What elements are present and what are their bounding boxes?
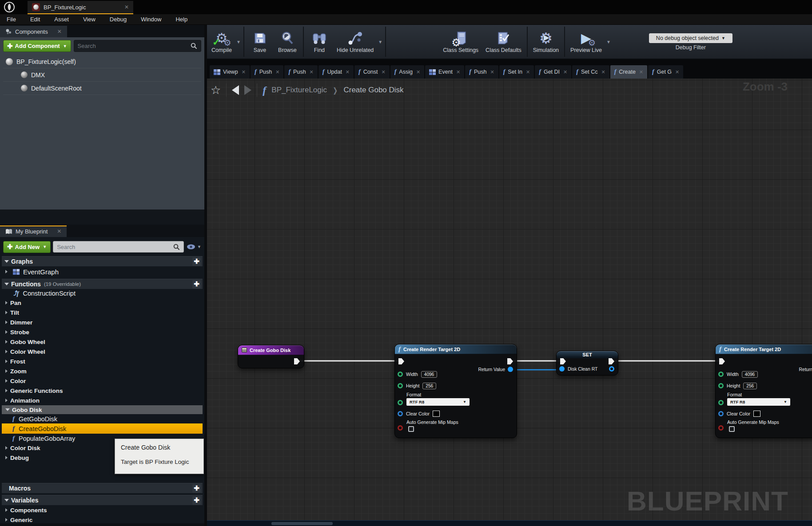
expander-closed-icon[interactable] — [5, 270, 8, 273]
tab-close-icon[interactable]: ✕ — [310, 69, 314, 75]
forward-button[interactable] — [244, 85, 251, 95]
expander-closed-icon[interactable] — [5, 389, 8, 392]
compile-button[interactable]: ⚙⚙✓ Compile — [208, 26, 235, 57]
width-pin[interactable] — [398, 372, 403, 377]
function-category-dimmer[interactable]: Dimmer — [2, 317, 203, 327]
graph-tab-push-2[interactable]: fPush✕ — [284, 65, 317, 79]
graph-tab-set-cc[interactable]: fSet Cc✕ — [572, 65, 609, 79]
function-category-frost[interactable]: Frost — [2, 356, 203, 366]
function-category-color-wheel[interactable]: Color Wheel — [2, 347, 203, 356]
tab-close-icon[interactable]: ✕ — [639, 69, 643, 75]
value-in-pin[interactable] — [559, 366, 565, 372]
expander-closed-icon[interactable] — [5, 340, 8, 344]
expander-closed-icon[interactable] — [5, 379, 8, 383]
save-button[interactable]: Save — [246, 26, 274, 57]
variable-category-components[interactable]: Components — [2, 505, 203, 515]
mipmaps-pin[interactable] — [398, 425, 403, 431]
constructionscript-row[interactable]: ⤴f ConstructionScript — [2, 289, 203, 298]
exec-out-pin[interactable] — [294, 358, 300, 364]
function-category-gobo-disk[interactable]: Gobo Disk — [2, 405, 203, 414]
menu-file[interactable]: File — [7, 16, 16, 23]
format-dropdown[interactable]: RTF R8 ▼ — [406, 398, 470, 406]
function-category-color[interactable]: Color — [2, 376, 203, 386]
graph-tab-push-3[interactable]: fPush✕ — [465, 65, 498, 79]
graph-tab-create-active[interactable]: fCreate✕ — [610, 65, 647, 79]
mipmaps-checkbox[interactable] — [408, 426, 414, 432]
width-input[interactable]: 4096 — [742, 371, 758, 378]
clear-color-pin[interactable] — [398, 411, 403, 416]
function-creategobodisk-selected[interactable]: f CreateGoboDisk — [2, 423, 203, 434]
function-category-animation[interactable]: Animation — [2, 395, 203, 405]
expander-closed-icon[interactable] — [5, 446, 8, 450]
expander-closed-icon[interactable] — [5, 399, 8, 402]
expander-closed-icon[interactable] — [5, 350, 8, 353]
width-input[interactable]: 4096 — [421, 371, 437, 378]
variable-category-generic[interactable]: Generic — [2, 515, 203, 523]
height-pin[interactable] — [718, 383, 724, 388]
horizontal-scrollbar[interactable] — [207, 520, 812, 526]
node-create-render-target-2d-1[interactable]: f Create Render Target 2D Width 4096 Hei… — [394, 344, 517, 438]
expander-closed-icon[interactable] — [5, 311, 8, 314]
add-macro-button[interactable]: ✚ — [192, 484, 201, 493]
graph-tab-push-1[interactable]: fPush✕ — [251, 65, 283, 79]
find-button[interactable]: Find — [306, 26, 333, 57]
tab-components[interactable]: Components ✕ — [0, 26, 67, 37]
blueprint-graph-canvas[interactable]: ☆ f BP_FixtureLogic ❭ Create Gobo Disk Z… — [207, 79, 812, 526]
add-new-button[interactable]: ✚ Add New ▼ — [3, 241, 51, 253]
exec-in-pin[interactable] — [560, 358, 566, 364]
component-row-defaultsceneroot[interactable]: DefaultSceneRoot — [3, 82, 201, 95]
simulation-button[interactable]: ⚙▶ Simulation — [529, 26, 562, 57]
mipmaps-checkbox[interactable] — [729, 426, 735, 432]
tab-close-icon[interactable]: ✕ — [601, 69, 605, 75]
back-button[interactable] — [232, 85, 239, 95]
eventgraph-row[interactable]: EventGraph — [2, 266, 203, 277]
exec-in-pin[interactable] — [398, 358, 404, 364]
tab-close-icon[interactable]: ✕ — [381, 69, 385, 75]
tab-close-icon[interactable]: ✕ — [275, 69, 279, 75]
tab-close-icon[interactable]: ✕ — [456, 69, 460, 75]
add-function-button[interactable]: ✚ — [192, 280, 201, 289]
function-category-generic-functions[interactable]: Generic Functions — [2, 386, 203, 395]
function-category-pan[interactable]: Pan — [2, 298, 203, 308]
hide-unrelated-options-chevron-icon[interactable]: ▼ — [378, 40, 382, 44]
menu-edit[interactable]: Edit — [30, 16, 40, 23]
function-getgobodisk[interactable]: f GetGoboDisk — [2, 414, 203, 423]
node-create-render-target-2d-2[interactable]: f Create Render Target 2D Width 4096 Hei… — [715, 344, 812, 438]
tab-close-icon[interactable]: ✕ — [526, 69, 530, 75]
class-defaults-button[interactable]: Class Defaults — [482, 26, 525, 57]
function-category-zoom[interactable]: Zoom — [2, 366, 203, 376]
tab-close-icon[interactable]: ✕ — [675, 69, 679, 75]
graph-tab-assign[interactable]: fAssig✕ — [390, 65, 424, 79]
exec-in-pin[interactable] — [719, 358, 725, 364]
compile-options-chevron-icon[interactable]: ▼ — [236, 40, 241, 44]
graph-tab-get-di[interactable]: fGet DI✕ — [535, 65, 571, 79]
menu-view[interactable]: View — [83, 16, 96, 23]
tab-close-icon[interactable]: ✕ — [242, 69, 246, 75]
node-create-gobo-disk[interactable]: Create Gobo Disk — [238, 345, 304, 368]
document-tab-bp-fixturelogic[interactable]: BP_FixtureLogic ✕ — [28, 1, 133, 13]
format-pin[interactable] — [398, 400, 403, 405]
tab-close-icon[interactable]: ✕ — [346, 69, 350, 75]
graphs-section-header[interactable]: Graphs ✚ — [2, 256, 203, 266]
expander-closed-icon[interactable] — [5, 301, 8, 305]
function-category-tilt[interactable]: Tilt — [2, 308, 203, 317]
expander-closed-icon[interactable] — [5, 456, 8, 459]
return-value-pin[interactable] — [508, 367, 513, 372]
width-pin[interactable] — [718, 372, 724, 377]
preview-live-button[interactable]: ▶⚙ Preview Live — [567, 26, 605, 57]
format-dropdown[interactable]: RTF R8 ▼ — [727, 398, 790, 406]
graph-tab-event[interactable]: Event✕ — [425, 65, 464, 79]
tab-close-icon[interactable]: ✕ — [416, 69, 420, 75]
exec-out-pin[interactable] — [609, 358, 614, 364]
browse-button[interactable]: Browse — [274, 26, 301, 57]
graph-tab-viewport[interactable]: Viewp✕ — [210, 65, 250, 79]
tab-close-icon[interactable]: ✕ — [490, 69, 494, 75]
component-row-self[interactable]: BP_FixtureLogic(self) — [3, 55, 201, 68]
hide-unrelated-button[interactable]: Hide Unrelated — [333, 26, 377, 57]
graph-tab-get-g[interactable]: fGet G✕ — [648, 65, 683, 79]
graph-tab-set-in[interactable]: fSet In✕ — [499, 65, 534, 79]
clear-color-pin[interactable] — [718, 411, 724, 416]
functions-section-header[interactable]: Functions (19 Overridable) ✚ — [2, 279, 203, 289]
mipmaps-pin[interactable] — [718, 425, 724, 431]
clear-color-swatch[interactable] — [433, 411, 440, 417]
